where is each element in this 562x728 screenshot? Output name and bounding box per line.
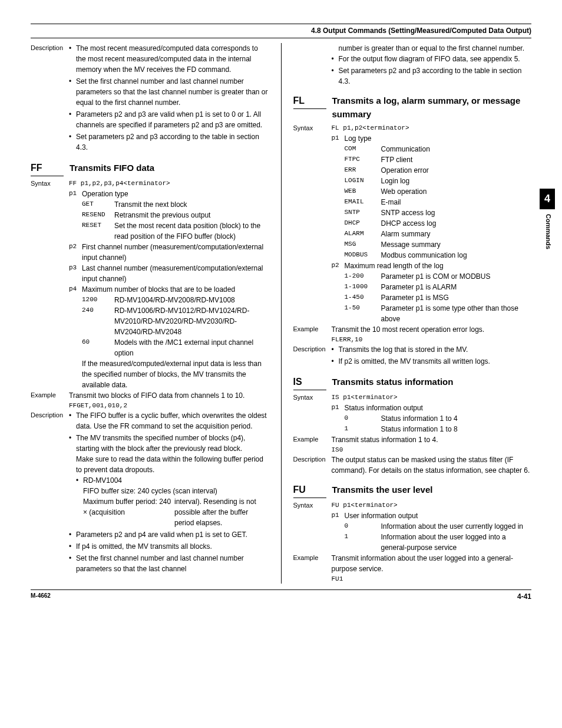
param-text: First channel number (measurement/comput…: [82, 242, 269, 263]
page: 4.8 Output Commands (Setting/Measured/Co…: [31, 24, 531, 602]
opt-key: LOGIN: [345, 176, 381, 186]
desc-sub-item: RD-MV1004 FIFO buffer size: 240 cycles (…: [76, 475, 269, 528]
syntax-label: Syntax: [293, 500, 332, 510]
desc-item: For the output flow diagram of FIFO data…: [332, 54, 532, 64]
column-divider: [281, 43, 282, 584]
param-key: p1: [69, 189, 82, 242]
opt-val: Status information 1 to 8: [381, 424, 532, 434]
param-label: Maximum read length of the log: [345, 261, 532, 271]
desc-sub-line: FIFO buffer size: 240 cycles (scan inter…: [83, 486, 269, 496]
param-key: p3: [69, 263, 82, 284]
desc-item: Set the first channel number and last ch…: [69, 76, 269, 108]
param-key: p1: [332, 133, 345, 261]
cont-text: number is greater than or equal to the f…: [339, 43, 532, 54]
opt-key: 1-450: [345, 292, 381, 303]
chapter-tab: 4 Commands: [540, 189, 555, 295]
param-label: Log type: [345, 133, 532, 144]
chapter-label: Commands: [540, 209, 553, 249]
example-code: FU1: [332, 574, 532, 584]
opt-val: Message summary: [381, 239, 532, 250]
example-label: Example: [293, 324, 332, 334]
example-label: Example: [31, 390, 69, 400]
opt-key: 1-50: [345, 303, 381, 324]
opt-key: 1200: [82, 295, 114, 305]
opt-val: Retransmit the previous output: [114, 210, 269, 220]
param-key: p2: [332, 261, 345, 324]
example-text: Transmit two blocks of FIFO data from ch…: [69, 390, 269, 401]
example-text: Transmit the 10 most recent operation er…: [332, 324, 532, 335]
desc-item: Parameters p2 and p4 are valid when p1 i…: [69, 529, 269, 540]
desc-item: Parameters p2 and p3 are valid when p1 i…: [69, 109, 269, 130]
opt-val: FTP client: [381, 154, 532, 165]
command-fl-name: FL: [293, 94, 326, 109]
param-text: Last channel number (measurement/computa…: [82, 263, 269, 284]
opt-val: Parameter p1 is ALARM: [381, 282, 532, 292]
opt-val: Web operation: [381, 186, 532, 197]
desc-item: If p4 is omitted, the MV transmits all b…: [69, 541, 269, 552]
desc-item: The most recent measured/computed data c…: [69, 43, 269, 75]
desc-item: If p2 is omitted, the MV transmits all w…: [332, 356, 532, 367]
desc-item: Set parameters p2 and p3 according to th…: [69, 131, 269, 153]
opt-val: Models with the /MC1 external input chan…: [114, 337, 269, 358]
opt-key: ALARM: [345, 229, 381, 239]
opt-val: Communication: [381, 144, 532, 154]
param-key: p4: [69, 284, 82, 390]
opt-key: WEB: [345, 186, 381, 197]
syntax-code: FU p1<terminator>: [332, 500, 532, 510]
syntax-code: FF p1,p2,p3,p4<terminator>: [69, 179, 269, 189]
description-label: Description: [293, 344, 332, 354]
description-text: The output status can be masked using th…: [332, 454, 532, 476]
page-footer: M-4662 4-41: [31, 589, 531, 602]
param-label: Operation type: [82, 189, 269, 199]
opt-val: SNTP access log: [381, 207, 532, 218]
opt-key: 1-1000: [345, 282, 381, 292]
opt-val: Parameter p1 is some type other than tho…: [381, 303, 532, 324]
description-label: Description: [31, 43, 69, 53]
opt-key: MODBUS: [345, 250, 381, 261]
desc-item: Set parameters p2 and p3 according to th…: [332, 65, 532, 87]
param-label: Maximum number of blocks that are to be …: [82, 284, 269, 295]
command-is-title: Transmits status information: [332, 375, 454, 389]
command-fu-name: FU: [293, 483, 326, 498]
example-text: Transmit information about the user logg…: [332, 553, 532, 574]
left-column: Description The most recent measured/com…: [31, 43, 269, 584]
section-header: 4.8 Output Commands (Setting/Measured/Co…: [31, 25, 531, 38]
example-code: IS0: [332, 445, 532, 455]
desc-item: Set the first channel number and last ch…: [69, 553, 269, 574]
opt-key: DHCP: [345, 218, 381, 229]
footer-doc-id: M-4662: [31, 591, 51, 602]
param-key: p2: [69, 242, 82, 263]
opt-key: 0: [345, 413, 381, 424]
opt-key: 1: [345, 532, 381, 553]
opt-key: EMAIL: [345, 197, 381, 207]
opt-val: DHCP access log: [381, 218, 532, 229]
footer-page-num: 4-41: [517, 591, 531, 602]
desc-note: Make sure to read the data within the fo…: [76, 454, 269, 475]
opt-val: Alarm summary: [381, 229, 532, 239]
opt-key: 1: [345, 424, 381, 434]
opt-val: Parameter p1 is COM or MODBUS: [381, 271, 532, 282]
description-label: Description: [293, 454, 332, 465]
desc-sub-line: Maximum buffer period: 240 × (acquisitio…: [83, 496, 174, 528]
opt-key: GET: [82, 199, 114, 210]
command-fu-title: Transmits the user level: [332, 483, 433, 497]
opt-val: Status information 1 to 4: [381, 413, 532, 424]
opt-key: 240: [82, 305, 114, 337]
opt-key: 60: [82, 337, 114, 358]
description-label: Description: [31, 410, 69, 420]
opt-key: FTPC: [345, 154, 381, 165]
example-code: FLERR,10: [332, 335, 532, 345]
param-label: Status information output: [345, 403, 532, 413]
example-code: FFGET,001,010,2: [69, 401, 269, 411]
command-ff-name: FF: [31, 161, 64, 176]
command-fl-title: Transmits a log, alarm summary, or messa…: [332, 94, 532, 121]
desc-item: Transmits the log that is stored in the …: [332, 344, 532, 355]
syntax-label: Syntax: [293, 393, 332, 403]
syntax-code: IS p1<terminator>: [332, 393, 532, 403]
opt-key: RESET: [82, 220, 114, 242]
opt-key: 0: [345, 521, 381, 532]
opt-key: COM: [345, 144, 381, 154]
param-note: If the measured/computed/external input …: [82, 358, 269, 390]
desc-item: The MV transmits the specified number of…: [69, 433, 269, 528]
opt-key: ERR: [345, 165, 381, 176]
